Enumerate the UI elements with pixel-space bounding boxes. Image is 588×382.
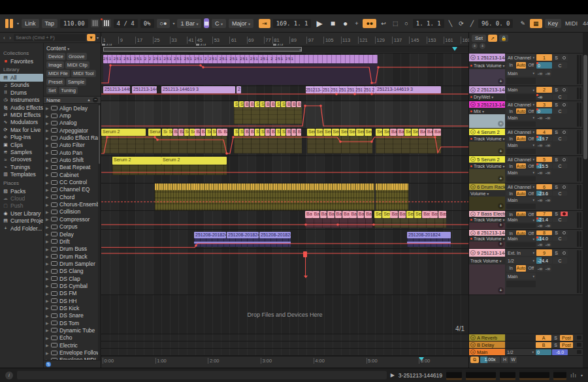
return-number-button[interactable]: B: [536, 342, 551, 348]
return-name-input[interactable]: [506, 335, 535, 341]
track-header-3[interactable]: ▾3 251213-144Mix▾+All Channel▾3SInAutoOf…: [469, 101, 583, 129]
track-number-button[interactable]: 8: [536, 231, 552, 235]
track-title[interactable]: ▾5 Serum 2: [469, 156, 505, 163]
arrangement-position-field[interactable]: 169. 1. 1: [273, 19, 312, 28]
arrangement-clip[interactable]: Ser: [307, 129, 315, 136]
drum-clip[interactable]: [376, 183, 408, 210]
arrangement-clip[interactable]: Bas: [195, 129, 200, 136]
arrangement-clip[interactable]: Ser: [281, 101, 286, 107]
arrangement-clip[interactable]: Ser: [414, 211, 421, 218]
pan-field[interactable]: C: [553, 257, 567, 264]
device-item-envelope-midi[interactable]: ▶Envelope MIDI: [44, 357, 101, 360]
expand-arrow-icon[interactable]: ▶: [46, 158, 49, 163]
loop-switch-icon[interactable]: ⟳: [457, 20, 466, 27]
loop-start-field[interactable]: 1. 1. 1: [413, 19, 444, 28]
beat-time-ruler[interactable]: 1917253341455361697781899710511312112913…: [101, 33, 468, 54]
midi-note-region[interactable]: [101, 136, 227, 153]
sidebar-item-favorites[interactable]: ■Favorites: [0, 57, 43, 65]
pan-field[interactable]: C: [553, 236, 567, 241]
sidebar-item-push[interactable]: ▢Push: [0, 202, 43, 210]
device-item-ds-snare[interactable]: ▶DS Snare: [44, 312, 101, 319]
arrangement-clip[interactable]: Ser: [167, 129, 172, 136]
track-title[interactable]: ▾3 251213-144: [469, 101, 505, 108]
monitor-off[interactable]: Off: [527, 191, 536, 196]
filter-chip-tuning[interactable]: Tuning: [59, 87, 78, 94]
arm-button[interactable]: [561, 212, 568, 216]
fold-icon[interactable]: ▾: [470, 349, 476, 355]
output-routing-select[interactable]: Main▾: [506, 236, 536, 241]
tempo-field[interactable]: 110.00: [60, 19, 88, 28]
arrangement-clip[interactable]: Bas: [312, 211, 319, 218]
arrangement-clip[interactable]: Ser: [276, 129, 280, 136]
monitor-auto[interactable]: Auto: [516, 163, 525, 168]
pan-field[interactable]: C: [553, 136, 567, 141]
solo-button[interactable]: S: [553, 87, 560, 93]
arrangement-clip[interactable]: Bas: [291, 101, 296, 107]
device-item-delay[interactable]: ▶Delay: [44, 231, 101, 238]
volume-field[interactable]: 0: [536, 108, 552, 114]
automation-param-select[interactable]: Dry/Wet▾: [469, 93, 505, 101]
sidebar-item-modulators[interactable]: ∿Modulators: [0, 119, 43, 126]
monitor-switch[interactable]: InAutoOff: [506, 231, 536, 235]
arrangement-clip[interactable]: Ser: [348, 129, 356, 136]
scale-mode-icon[interactable]: ▦: [204, 18, 209, 28]
solo-button[interactable]: S: [553, 129, 560, 135]
solo-button[interactable]: S: [553, 54, 560, 61]
sidebar-item-midi-effects[interactable]: ⇄MIDI Effects: [0, 111, 43, 118]
device-item-cabinet[interactable]: ▶Cabinet: [44, 171, 101, 178]
automation-arm-button[interactable]: ●●: [363, 19, 376, 28]
filter-dropdown-icon[interactable]: ▾: [97, 35, 99, 40]
arrangement-clip[interactable]: Bas: [357, 211, 365, 218]
arrangement-clip[interactable]: Ser: [412, 129, 418, 136]
loop-length-field[interactable]: 96. 0. 0: [478, 19, 513, 28]
scrub-area[interactable]: ◃: [101, 46, 468, 52]
device-item-cc-control[interactable]: ▶CC Control: [44, 178, 101, 185]
device-item-ds-clang[interactable]: ▶DS Clang: [44, 268, 101, 275]
track-number-button[interactable]: 5: [536, 157, 552, 162]
monitor-auto[interactable]: Auto: [516, 108, 525, 114]
midi-note-region[interactable]: [374, 218, 446, 228]
device-item-ds-kick[interactable]: ▶DS Kick: [44, 304, 101, 311]
track-name-input[interactable]: [506, 149, 536, 154]
return-track-title[interactable]: ▾B Delay: [469, 342, 505, 348]
track-name-input[interactable]: [506, 121, 536, 127]
arrangement-clip[interactable]: Ser: [184, 129, 189, 136]
punch-out-icon[interactable]: ╱: [468, 20, 476, 27]
device-item-ds-fm[interactable]: ▶DS FM: [44, 290, 101, 297]
send-field[interactable]: -∞: [536, 197, 544, 202]
track-name-input[interactable]: [506, 281, 536, 287]
nudge-down-icon[interactable]: [91, 19, 100, 27]
arrangement-clip[interactable]: Bass: [438, 211, 446, 218]
add-automation-lane-icon[interactable]: +: [498, 287, 504, 293]
sidebar-item-drums[interactable]: ⠿Drums: [0, 89, 43, 96]
send-field[interactable]: -∞: [544, 242, 551, 247]
add-automation-lane-icon[interactable]: +: [498, 148, 504, 154]
output-routing-select[interactable]: Main▾: [506, 70, 536, 76]
midi-note-region[interactable]: [234, 107, 302, 124]
device-item-drum-rack[interactable]: ▶Drum Rack: [44, 253, 101, 260]
expand-arrow-icon[interactable]: ▶: [46, 150, 49, 155]
arm-button[interactable]: [561, 157, 568, 162]
scrollbar-thumb[interactable]: [583, 55, 587, 159]
time-ruler[interactable]: 0:001:002:003:004:005:006:00: [101, 356, 468, 368]
midi-note-region[interactable]: [112, 165, 227, 175]
track-number-button[interactable]: 3: [536, 102, 552, 107]
expand-arrow-icon[interactable]: ▶: [46, 210, 49, 214]
monitor-in[interactable]: In: [506, 108, 515, 114]
track-header-4[interactable]: ▾4 Serum 2Track Volume▾+All Channel▾4SIn…: [469, 129, 583, 156]
arrangement-clip[interactable]: Bas: [390, 129, 397, 136]
track-header-7[interactable]: ▾7 Bass ElectricTrack Volume▾+InAutoOff7…: [469, 211, 583, 230]
midi-note-region[interactable]: [307, 136, 372, 153]
arrangement-clip[interactable]: Ser: [234, 129, 238, 136]
arrangement-clip[interactable]: 251213-1446: [103, 86, 130, 93]
arrangement-clip[interactable]: Bas: [297, 101, 301, 107]
arrangement-clip[interactable]: Bas: [270, 129, 275, 136]
arrangement-clip[interactable]: Bas: [250, 129, 254, 136]
device-item-echo[interactable]: ▶Echo: [44, 334, 101, 342]
arrangement-clip[interactable]: Ser: [382, 211, 389, 218]
pan-field[interactable]: C: [553, 191, 567, 196]
audio-waveform-region[interactable]: [407, 238, 451, 247]
device-item-auto-pan[interactable]: ▶Auto Pan: [44, 149, 101, 156]
volume-field[interactable]: -14.0: [536, 236, 552, 241]
track-number-button[interactable]: 9: [536, 249, 552, 256]
